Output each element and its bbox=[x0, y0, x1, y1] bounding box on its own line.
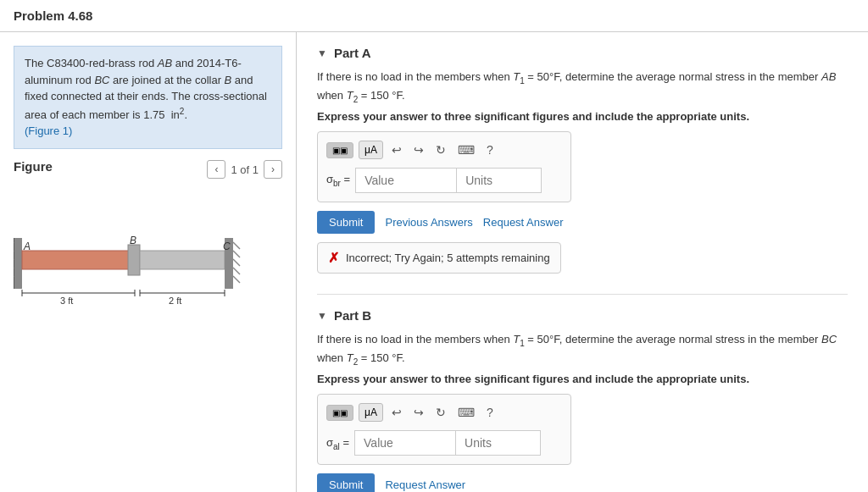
right-panel: ▼ Part A If there is no load in the memb… bbox=[297, 32, 868, 492]
part-b-keyboard-btn[interactable]: ⌨ bbox=[454, 404, 478, 421]
part-a-undo-btn[interactable]: ↩ bbox=[388, 141, 405, 158]
part-a-title: Part A bbox=[334, 46, 371, 60]
svg-text:3 ft: 3 ft bbox=[60, 296, 73, 306]
part-b-header[interactable]: ▼ Part B bbox=[317, 308, 848, 323]
part-a-request-answer-link[interactable]: Request Answer bbox=[483, 216, 564, 229]
next-figure-btn[interactable]: › bbox=[264, 160, 282, 179]
part-b-help-btn[interactable]: ? bbox=[483, 404, 497, 421]
figure-label: Figure bbox=[14, 159, 53, 174]
info-text: The C83400-red-brass rod AB and 2014-T6-… bbox=[25, 57, 267, 121]
part-a-submit-btn[interactable]: Submit bbox=[317, 211, 375, 234]
part-a-ua-btn[interactable]: μA bbox=[359, 141, 383, 159]
svg-rect-9 bbox=[140, 251, 225, 269]
part-a-redo-btn[interactable]: ↪ bbox=[410, 141, 427, 158]
svg-line-12 bbox=[233, 251, 240, 257]
part-a-answer-row: σbr = bbox=[326, 168, 562, 193]
part-b-value-input[interactable] bbox=[354, 430, 456, 456]
part-a-refresh-btn[interactable]: ↻ bbox=[432, 141, 449, 158]
rod-diagram: A B C 3 ft 2 ft bbox=[14, 213, 268, 308]
part-a-prev-answers-link[interactable]: Previous Answers bbox=[385, 216, 472, 229]
part-a-feedback: ✗ Incorrect; Try Again; 5 attempts remai… bbox=[317, 242, 561, 274]
part-a-feedback-icon: ✗ bbox=[328, 250, 339, 266]
part-b-request-answer-link[interactable]: Request Answer bbox=[385, 478, 465, 491]
svg-text:C: C bbox=[223, 240, 231, 252]
svg-text:A: A bbox=[23, 240, 31, 252]
figure-page-info: 1 of 1 bbox=[231, 163, 259, 176]
part-a-section: ▼ Part A If there is no load in the memb… bbox=[317, 46, 848, 274]
part-a-feedback-text: Incorrect; Try Again; 5 attempts remaini… bbox=[346, 252, 550, 264]
part-b-redo-btn[interactable]: ↪ bbox=[410, 404, 427, 421]
part-b-collapse-arrow: ▼ bbox=[317, 310, 327, 322]
svg-line-15 bbox=[233, 276, 240, 283]
svg-text:B: B bbox=[130, 235, 136, 246]
part-b-sigma-label: σal = bbox=[326, 436, 349, 451]
prev-figure-btn[interactable]: ‹ bbox=[207, 160, 225, 179]
part-a-keyboard-btn[interactable]: ⌨ bbox=[454, 141, 478, 158]
svg-rect-8 bbox=[128, 245, 140, 275]
part-b-section: ▼ Part B If there is no load in the memb… bbox=[317, 308, 848, 492]
part-a-sigma-label: σbr = bbox=[326, 173, 350, 188]
part-a-toolbar: ▣▣ μA ↩ ↪ ↻ ⌨ ? bbox=[326, 141, 562, 159]
figure-link[interactable]: (Figure 1) bbox=[25, 124, 72, 137]
svg-text:2 ft: 2 ft bbox=[169, 296, 181, 306]
part-b-undo-btn[interactable]: ↩ bbox=[388, 404, 405, 421]
part-b-ua-btn[interactable]: μA bbox=[359, 403, 383, 422]
part-b-refresh-btn[interactable]: ↻ bbox=[432, 404, 449, 421]
part-b-format-btn[interactable]: ▣▣ bbox=[326, 405, 353, 421]
part-a-answer-box: ▣▣ μA ↩ ↪ ↻ ⌨ ? σbr = bbox=[317, 131, 571, 202]
svg-rect-0 bbox=[14, 238, 22, 289]
svg-line-13 bbox=[233, 259, 240, 266]
figure-area: Figure ‹ 1 of 1 › bbox=[14, 159, 282, 478]
part-a-question: If there is no load in the members when … bbox=[317, 69, 848, 105]
part-b-answer-row: σal = bbox=[326, 430, 562, 456]
part-a-units-input[interactable] bbox=[457, 168, 542, 193]
part-b-submit-btn[interactable]: Submit bbox=[317, 473, 375, 492]
parts-divider bbox=[317, 294, 848, 295]
figure-nav-row: Figure ‹ 1 of 1 › bbox=[14, 159, 282, 180]
part-a-help-btn[interactable]: ? bbox=[483, 141, 497, 158]
part-b-toolbar: ▣▣ μA ↩ ↪ ↻ ⌨ ? bbox=[326, 403, 562, 422]
part-a-collapse-arrow: ▼ bbox=[317, 47, 327, 59]
left-panel: The C83400-red-brass rod AB and 2014-T6-… bbox=[0, 32, 297, 492]
svg-line-11 bbox=[233, 242, 240, 249]
page-title: Problem 4.68 bbox=[0, 0, 868, 32]
part-b-units-input[interactable] bbox=[456, 430, 541, 456]
part-a-header[interactable]: ▼ Part A bbox=[317, 46, 848, 60]
part-b-question: If there is no load in the members when … bbox=[317, 331, 848, 368]
svg-rect-7 bbox=[22, 251, 132, 269]
rod-svg: A B C 3 ft 2 ft bbox=[14, 213, 268, 306]
part-b-answer-box: ▣▣ μA ↩ ↪ ↻ ⌨ ? σal = bbox=[317, 394, 571, 465]
part-b-submit-row: Submit Request Answer bbox=[317, 473, 848, 492]
part-a-value-input[interactable] bbox=[355, 168, 457, 193]
part-a-instruction: Express your answer to three significant… bbox=[317, 110, 848, 123]
problem-info-box: The C83400-red-brass rod AB and 2014-T6-… bbox=[14, 46, 282, 149]
part-a-format-btn[interactable]: ▣▣ bbox=[326, 142, 353, 158]
part-b-title: Part B bbox=[334, 308, 371, 323]
part-a-submit-row: Submit Previous Answers Request Answer bbox=[317, 211, 848, 234]
part-b-instruction: Express your answer to three significant… bbox=[317, 373, 848, 385]
svg-line-14 bbox=[233, 268, 240, 274]
